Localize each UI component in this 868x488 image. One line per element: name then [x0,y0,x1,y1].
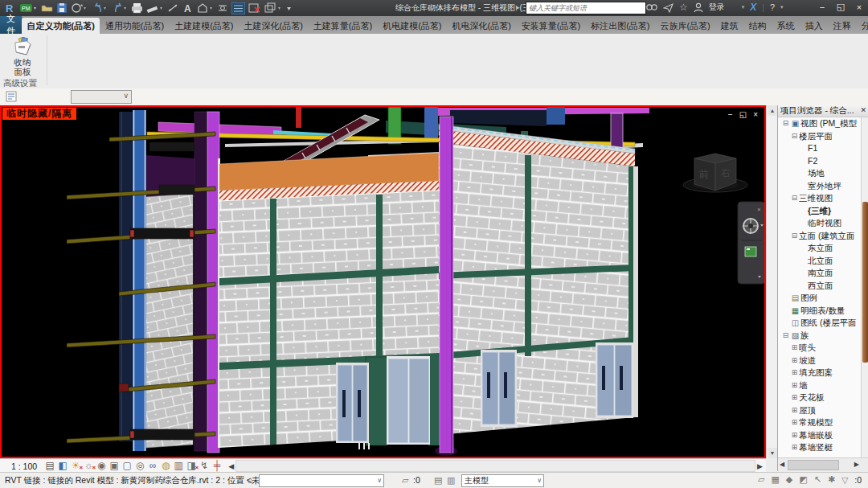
analytical-model-icon[interactable]: ◨× [185,460,198,472]
tree-item[interactable]: F2 [778,155,862,168]
sign-in-icon[interactable] [694,2,703,13]
tree-item[interactable]: ⊞常规模型 [778,416,862,429]
browser-horizontal-scrollbar[interactable]: ◀ ▶ [778,457,868,471]
collapse-icon[interactable]: ⊟ [781,330,790,342]
advanced-settings-panel-label[interactable]: 高级设置 [0,78,50,89]
tab-11[interactable]: 建筑 [715,18,743,34]
tree-item[interactable]: ⊞幕墙竖梃 [778,441,862,454]
expand-icon[interactable]: ⊞ [790,416,799,429]
tree-item[interactable]: ▦明细表/数量 [778,305,862,318]
tree-item[interactable]: F1 [778,142,862,155]
search-input[interactable] [526,2,646,14]
communication-center-icon[interactable] [663,2,674,13]
expand-icon[interactable]: ⊞ [790,379,799,392]
sun-path-icon[interactable]: ☀× [69,460,82,472]
expand-icon[interactable]: ⊞ [790,429,799,442]
tab-8[interactable]: 安装算量(品茗) [516,18,585,34]
close-button[interactable]: × [854,2,865,12]
login-button[interactable]: 登录 [709,2,725,13]
text-icon[interactable]: A [181,1,194,15]
tree-item[interactable]: 西立面 [778,280,862,293]
tree-item[interactable]: ⊟▨族 [778,330,862,342]
design-option-selector[interactable]: 主模型∨ [461,474,544,487]
browser-scroll-left-icon[interactable]: ◀ [780,461,784,468]
default-3d-view-icon[interactable] [194,1,215,15]
expand-icon[interactable]: ⊞ [790,355,799,367]
drawing-vertical-scrollbar[interactable]: ▲ ▼ [766,105,778,458]
expand-icon[interactable]: ⊞ [790,392,799,404]
tab-1[interactable]: 自定义功能(品茗) [22,18,100,34]
customize-qat-icon[interactable] [284,1,295,15]
locked-view-icon[interactable]: ◎ [133,460,146,472]
temporary-hide-isolate-banner[interactable]: 临时隐藏/隔离 [2,108,76,120]
scroll-down-icon[interactable]: ▼ [768,448,777,458]
browser-hscroll-thumb[interactable] [788,460,839,470]
crop-region-icon[interactable]: ▢ [121,460,133,472]
tree-item[interactable]: {三维} [778,205,862,218]
search-expand-icon[interactable]: ▸ [516,3,520,11]
select-elements-by-face-icon[interactable]: ◩ [799,474,807,485]
worksets-icon[interactable]: ⌂ [248,475,253,485]
tree-item[interactable]: ▤图例 [778,292,862,305]
tab-16[interactable]: 分析 [856,18,868,34]
tab-7[interactable]: 机电深化(品茗) [447,18,516,34]
filter-icon[interactable]: ▽ [841,475,848,485]
tree-item[interactable]: ⊞天花板 [778,392,862,404]
help-dropdown-icon[interactable]: ▾ [780,4,784,10]
tab-14[interactable]: 插入 [800,18,828,34]
expand-icon[interactable]: ⊞ [790,441,799,454]
scroll-up-icon[interactable]: ▲ [768,105,777,116]
hscroll-right-icon[interactable]: ▶ [757,462,763,470]
measure-icon[interactable] [145,1,166,15]
temporary-view-properties-icon[interactable]: ▥ [172,460,185,472]
expand-icon[interactable]: ⊞ [790,404,799,417]
tree-item[interactable]: ⊞填充图案 [778,367,862,379]
restore-button[interactable]: ◱ [835,2,846,12]
close-inactive-windows-icon[interactable] [247,1,263,15]
tree-item[interactable]: 南立面 [778,267,862,280]
3d-scene[interactable]: 前 右 × [2,107,764,457]
view-minimize-icon[interactable]: − [728,110,733,119]
tree-item[interactable]: ⊟▣视图 (PM_模型 [778,117,862,130]
project-browser-header[interactable]: 项目浏览器 - 综合... ✕ [778,105,868,117]
minimize-button[interactable]: − [817,2,828,12]
file-tab[interactable]: 文件 [0,16,22,34]
select-links-icon[interactable]: ▱ [758,474,764,485]
pm-logo[interactable]: PM [18,1,39,15]
browser-scrollbar-thumb[interactable] [862,202,868,363]
tree-item[interactable]: ⊞坡道 [778,355,862,367]
search-icon[interactable] [645,2,657,13]
tree-item[interactable]: 东立面 [778,242,862,255]
view-scale-button[interactable]: 1 : 100 [11,461,37,471]
navigation-bar[interactable]: × [738,202,764,284]
view-cube[interactable]: 前 右 [683,154,747,192]
exclude-options-icon[interactable]: ▥ [447,475,455,486]
settings-gear-icon[interactable]: ✱ [828,474,835,485]
switch-windows-icon[interactable] [263,1,284,15]
tab-13[interactable]: 系统 [772,18,800,34]
crop-view-icon[interactable]: ▣ [108,460,121,472]
section-icon[interactable] [215,1,230,15]
tree-item[interactable]: ⊟立面 (建筑立面 [778,230,862,243]
visual-style-icon[interactable]: ◧ [56,460,69,472]
workset-selector[interactable]: ∨ [259,474,384,487]
editable-only-icon[interactable]: ▱ [402,475,408,486]
undo-icon[interactable] [89,1,109,15]
view-restore-icon[interactable]: ◱ [739,110,747,119]
exchange-apps-icon[interactable]: X [750,2,756,13]
collapse-icon[interactable]: ⊟ [790,230,799,243]
tree-item[interactable]: ⊞墙 [778,379,862,392]
displacement-sets-icon[interactable]: ↯ [198,460,211,472]
tree-item[interactable]: 室外地坪 [778,180,862,193]
shadows-icon[interactable]: ☼× [82,460,95,472]
select-underlay-elements-icon[interactable]: ▦ [771,474,779,485]
print-icon[interactable] [129,1,145,15]
temporary-hide-isolate-icon[interactable]: ∞ [146,460,159,472]
redo-icon[interactable] [109,1,129,15]
tab-15[interactable]: 注释 [828,18,856,34]
tree-item[interactable]: ⊞幕墙嵌板 [778,429,862,442]
render-icon[interactable]: ◉ [95,460,108,472]
tree-item[interactable]: ⊟楼层平面 [778,130,862,143]
tree-item[interactable]: ⊞喷头 [778,342,862,355]
thin-lines-icon[interactable] [230,1,247,15]
